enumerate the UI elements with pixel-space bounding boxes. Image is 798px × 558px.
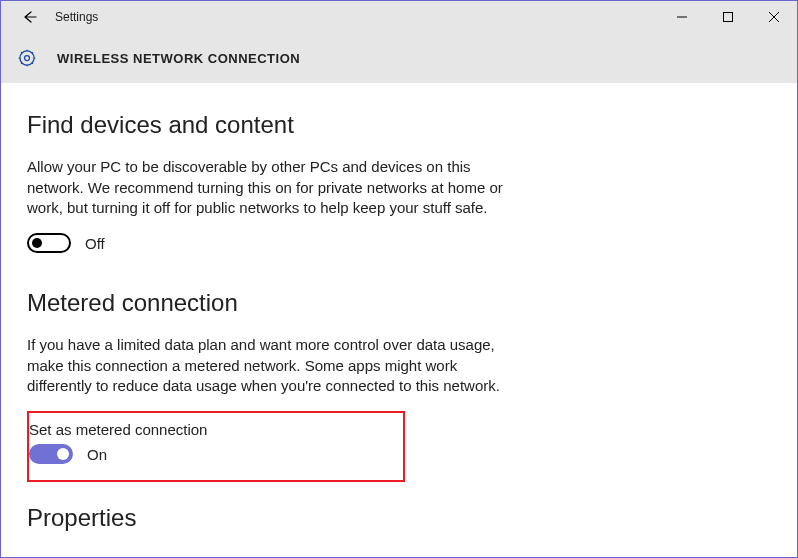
caption-buttons (659, 1, 797, 33)
toggle-knob (57, 448, 69, 460)
page-header: WIRELESS NETWORK CONNECTION (1, 33, 797, 83)
metered-toggle-row: On (29, 444, 393, 464)
highlight-annotation: Set as metered connection On (27, 411, 405, 482)
find-devices-toggle[interactable] (27, 233, 71, 253)
title-bar: Settings (1, 1, 797, 33)
find-devices-description: Allow your PC to be discoverable by othe… (27, 157, 507, 219)
maximize-button[interactable] (705, 1, 751, 33)
content-area: Find devices and content Allow your PC t… (1, 83, 797, 532)
svg-point-5 (20, 51, 34, 65)
close-button[interactable] (751, 1, 797, 33)
metered-connection-section: Metered connection If you have a limited… (27, 289, 771, 482)
properties-heading: Properties (27, 504, 771, 532)
page-title: WIRELESS NETWORK CONNECTION (57, 51, 300, 66)
metered-toggle-label: On (87, 446, 107, 463)
toggle-knob (32, 238, 42, 248)
back-button[interactable] (17, 5, 41, 29)
metered-heading: Metered connection (27, 289, 771, 317)
find-devices-heading: Find devices and content (27, 111, 771, 139)
find-devices-toggle-row: Off (27, 233, 771, 253)
gear-icon (17, 48, 37, 68)
metered-toggle[interactable] (29, 444, 73, 464)
svg-point-4 (25, 56, 30, 61)
minimize-button[interactable] (659, 1, 705, 33)
svg-rect-1 (724, 13, 733, 22)
set-metered-label: Set as metered connection (29, 421, 393, 438)
metered-description: If you have a limited data plan and want… (27, 335, 507, 397)
find-devices-section: Find devices and content Allow your PC t… (27, 111, 771, 253)
window-title: Settings (55, 10, 659, 24)
properties-section: Properties (27, 504, 771, 532)
find-devices-toggle-label: Off (85, 235, 105, 252)
